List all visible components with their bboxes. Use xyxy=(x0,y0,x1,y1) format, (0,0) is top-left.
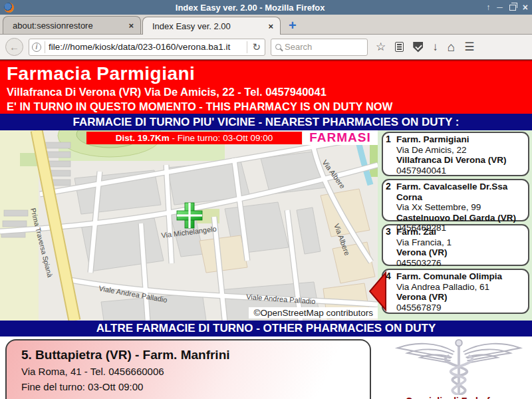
pharmacy-name: Farmacia Parmigiani xyxy=(7,63,525,84)
window-titlebar: Index Easy ver. 2.00 - Mozilla Firefox ↑… xyxy=(0,0,532,15)
duty-status-line: E' IN TURNO IN QUESTO MOMENTO - THIS PHA… xyxy=(7,99,525,114)
arrow-marker-icon xyxy=(369,271,386,311)
pharmacy-list-item[interactable]: 4 Farm. Comunale Olimpia Via Andrea Pall… xyxy=(382,269,529,314)
pharmacy-name: Farm. Comunale Olimpia xyxy=(396,271,525,282)
distance-value: Dist. 19.7Km xyxy=(116,133,170,143)
pharmacy-address: Villafranca Di Verona (VR) Via De Amicis… xyxy=(7,84,525,99)
caduceus-icon xyxy=(389,338,529,395)
pharmacy-address: Via Xx Settembre, 99 xyxy=(396,202,525,213)
other-pharmacy-shift-end: Fine del turno: 03-Ott 09:00 xyxy=(21,379,355,394)
pharmacy-city: Castelnuovo Del Garda (VR) xyxy=(396,213,525,223)
back-icon[interactable]: ← xyxy=(5,38,23,56)
pharmacy-city: Verona (VR) xyxy=(396,292,525,303)
window-close-icon[interactable]: × xyxy=(523,3,528,11)
search-input[interactable] xyxy=(285,42,363,52)
reload-icon[interactable]: ↻ xyxy=(251,41,262,53)
pharmacy-name: Farm. Parmigiani xyxy=(396,134,525,145)
tab-bar: about:sessionrestore × Index Easy ver. 2… xyxy=(0,15,532,35)
pharmacy-city: Villafranca Di Verona (VR) xyxy=(396,155,525,166)
pharmacy-list-item[interactable]: 1 Farm. Parmigiani Via De Amicis, 22 Vil… xyxy=(382,132,529,176)
shift-end-text: - Fine turno: 03-Ott 09:00 xyxy=(170,133,273,143)
home-icon[interactable]: ⌂ xyxy=(448,41,455,53)
pharmacy-phone: 045503276 xyxy=(396,258,525,269)
tab-sessionrestore[interactable]: about:sessionrestore × xyxy=(3,16,141,34)
tab-label: about:sessionrestore xyxy=(13,21,123,31)
pharmacy-city: Verona (VR) xyxy=(396,247,525,258)
item-number: 2 xyxy=(386,182,395,192)
map-attribution: ©OpenStreetMap contributors xyxy=(249,307,378,319)
other-pharmacy-card: 5. Buttapietra (VR) - Farm. Manfrini Via… xyxy=(5,339,371,399)
pharmacy-address: Via De Amicis, 22 xyxy=(396,145,525,156)
pharmacy-phone: 0457940041 xyxy=(396,166,525,176)
pharmacy-phone: 045567879 xyxy=(396,303,525,313)
new-tab-icon[interactable]: + xyxy=(289,19,297,34)
farmasi-logo: FARMASI xyxy=(303,130,378,145)
downloads-icon[interactable]: ↓ xyxy=(432,41,438,53)
other-pharmacies-section: 5. Buttapietra (VR) - Farm. Manfrini Via… xyxy=(0,336,532,399)
menu-icon[interactable]: ☰ xyxy=(464,41,475,53)
map-canvas: Prima Traversa Spianà Via Michelangelo V… xyxy=(0,130,378,321)
tab-close-icon[interactable]: × xyxy=(128,21,134,31)
divider xyxy=(247,41,247,53)
search-bar[interactable] xyxy=(271,39,368,56)
search-icon xyxy=(275,44,281,50)
caduceus-caption: Consiglio di Federfarma xyxy=(389,396,529,399)
pharmacy-address: Via Andrea Palladio, 61 xyxy=(396,282,525,293)
other-pharmacies-bar: ALTRE FARMACIE DI TURNO - OTHER PHARMACI… xyxy=(0,321,532,336)
pharmacy-phone: 0456469281 xyxy=(396,223,525,233)
url-bar[interactable]: i ↻ xyxy=(29,39,265,56)
url-input[interactable] xyxy=(49,42,243,52)
firefox-logo-icon xyxy=(4,3,14,13)
other-pharmacy-address: Via Roma, 41 - Tel. 0456660006 xyxy=(21,364,355,379)
minimize-icon[interactable]: ─ xyxy=(497,3,503,11)
window-title: Index Easy ver. 2.00 - Mozilla Firefox xyxy=(14,3,486,13)
navigation-toolbar: ← i ↻ ☆ ↓ ⌂ ☰ xyxy=(0,35,532,60)
distance-banner: Dist. 19.7Km - Fine turno: 03-Ott 09:00 xyxy=(86,132,302,144)
pharmacy-header: Farmacia Parmigiani Villafranca Di Veron… xyxy=(0,60,532,114)
maximize-icon[interactable] xyxy=(509,5,516,11)
tab-index-easy[interactable]: Index Easy ver. 2.00 × xyxy=(142,17,281,35)
nearest-pharmacies-bar: FARMACIE DI TURNO PIU' VICINE - NEAREST … xyxy=(0,114,532,130)
pharmacy-list-item[interactable]: 2 Farm. Cavalcaselle Dr.Ssa Corna Via Xx… xyxy=(382,179,529,221)
pharmacy-address: Via Francia, 1 xyxy=(396,237,525,248)
item-number: 4 xyxy=(386,271,395,282)
divider xyxy=(45,41,45,53)
bookmarks-menu-icon[interactable] xyxy=(395,42,404,52)
map: Prima Traversa Spianà Via Michelangelo V… xyxy=(0,130,378,321)
pocket-shield-icon[interactable] xyxy=(413,42,423,53)
pharmacy-name: Farm. Cavalcaselle Dr.Ssa Corna xyxy=(396,182,525,202)
rollup-icon[interactable]: ↑ xyxy=(486,3,490,11)
page-info-icon[interactable]: i xyxy=(32,43,41,52)
bookmark-star-icon[interactable]: ☆ xyxy=(376,41,386,53)
tab-close-icon[interactable]: × xyxy=(268,21,273,31)
tab-label: Index Easy ver. 2.00 xyxy=(152,21,263,31)
caduceus-panel: Consiglio di Federfarma xyxy=(389,338,529,399)
item-number: 3 xyxy=(386,227,395,237)
item-number: 1 xyxy=(386,134,395,145)
nearest-pharmacies-list: 1 Farm. Parmigiani Via De Amicis, 22 Vil… xyxy=(378,130,532,321)
other-pharmacy-title: 5. Buttapietra (VR) - Farm. Manfrini xyxy=(21,346,355,364)
